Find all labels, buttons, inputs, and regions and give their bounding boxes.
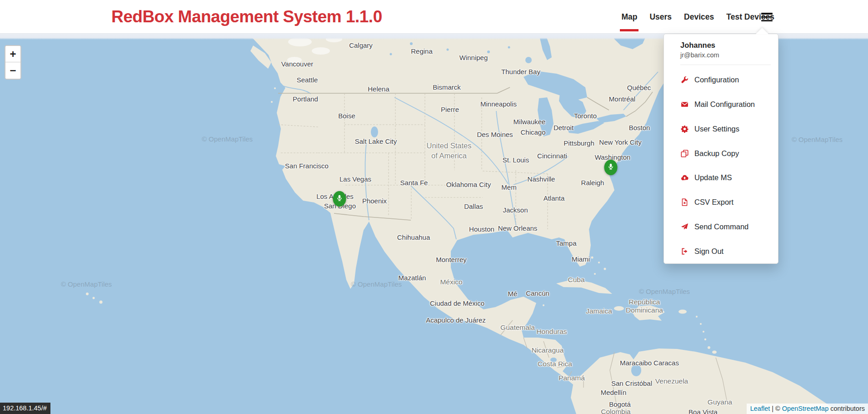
menu-toggle-button[interactable] (761, 13, 773, 21)
hamburger-icon (761, 13, 773, 15)
user-menu: Johannes jr@barix.com ConfigurationMail … (663, 34, 778, 264)
microphone-icon (335, 194, 344, 204)
copy-icon (680, 149, 688, 157)
user-menu-header: Johannes jr@barix.com (664, 34, 778, 65)
file-csv-icon (680, 198, 688, 207)
menu-item-mail-configuration[interactable]: Mail Configuration (664, 92, 778, 117)
osm-link[interactable]: OpenStreetMap (782, 405, 828, 412)
zoom-control: + − (5, 45, 21, 80)
device-marker-washington[interactable] (604, 160, 618, 175)
zoom-in-button[interactable]: + (5, 46, 20, 62)
leaflet-link[interactable]: Leaflet (750, 405, 770, 412)
attribution-copyright: © (775, 405, 780, 412)
status-url: 192.168.1.45/# (0, 403, 50, 414)
paper-plane-icon (680, 222, 688, 231)
microphone-icon (607, 162, 615, 173)
envelope-icon (680, 101, 688, 109)
menu-item-sign-out[interactable]: Sign Out (664, 239, 778, 263)
main-nav: MapUsersDevicesTest Devices (621, 0, 774, 34)
menu-divider (680, 65, 771, 65)
attribution-separator: | (772, 405, 773, 412)
user-name: Johannes (680, 41, 771, 50)
cloud-upload-icon (680, 174, 688, 182)
map-attribution: Leaflet | © OpenStreetMap contributors (747, 404, 868, 414)
menu-item-update-ms[interactable]: Update MS (664, 166, 778, 190)
nav-item-users[interactable]: Users (649, 0, 672, 34)
wrench-icon (680, 76, 688, 84)
menu-item-label: Update MS (694, 173, 732, 182)
menu-item-label: Send Command (694, 222, 748, 231)
zoom-out-button[interactable]: − (5, 62, 20, 79)
nav-item-devices[interactable]: Devices (684, 0, 714, 34)
menu-item-label: User Settings (694, 125, 739, 133)
sign-out-icon (680, 247, 688, 255)
menu-item-label: CSV Export (694, 198, 733, 207)
menu-item-label: Configuration (694, 76, 739, 84)
user-email: jr@barix.com (680, 51, 771, 59)
menu-item-label: Backup Copy (694, 149, 739, 158)
menu-caret-icon (756, 28, 768, 34)
app-header: RedBox Management System 1.1.0 MapUsersD… (0, 0, 868, 34)
menu-item-user-settings[interactable]: User Settings (664, 117, 778, 141)
gear-icon (680, 125, 688, 133)
menu-item-configuration[interactable]: Configuration (664, 68, 778, 92)
attribution-suffix: contributors (830, 405, 865, 412)
nav-item-map[interactable]: Map (621, 0, 637, 34)
menu-item-csv-export[interactable]: CSV Export (664, 190, 778, 215)
app-title: RedBox Management System 1.1.0 (111, 0, 382, 34)
device-marker-san-diego[interactable] (333, 191, 346, 207)
menu-item-backup-copy[interactable]: Backup Copy (664, 141, 778, 166)
menu-item-send-command[interactable]: Send Command (664, 215, 778, 239)
menu-item-label: Mail Configuration (694, 100, 755, 109)
menu-item-label: Sign Out (694, 247, 723, 256)
